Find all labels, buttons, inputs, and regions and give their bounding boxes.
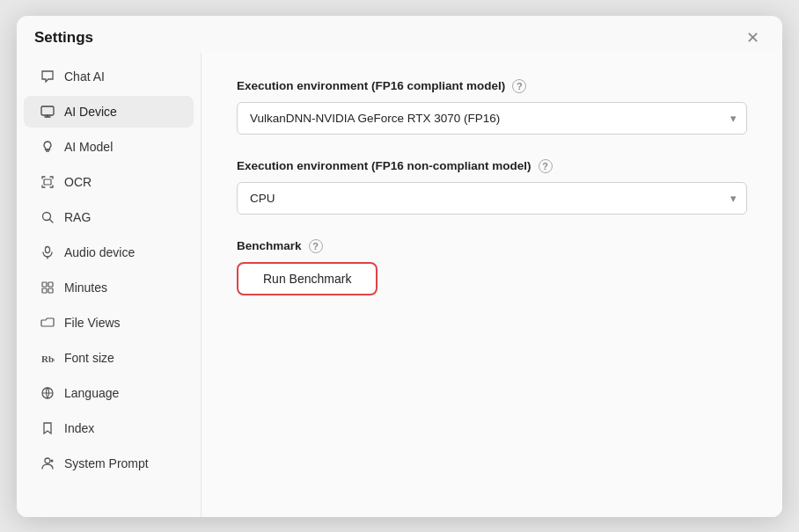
sidebar-label-system-prompt: System Prompt — [64, 456, 149, 470]
svg-text:Rbc: Rbc — [41, 353, 55, 364]
fp16-non-help-icon[interactable]: ? — [539, 159, 553, 173]
svg-rect-4 — [42, 282, 47, 287]
search-icon — [40, 209, 55, 225]
chat-icon — [40, 69, 55, 84]
sidebar-label-language: Language — [64, 386, 119, 400]
svg-rect-3 — [46, 246, 50, 252]
sidebar-label-audio-device: Audio device — [64, 245, 135, 259]
svg-point-11 — [51, 459, 54, 462]
folder-icon — [40, 315, 55, 331]
globe-icon — [40, 385, 55, 401]
sidebar-label-file-views: File Views — [64, 316, 121, 330]
sidebar-item-ocr[interactable]: OCR — [24, 166, 194, 198]
lightbulb-icon — [40, 139, 55, 155]
run-benchmark-button[interactable]: Run Benchmark — [237, 262, 378, 295]
sidebar-item-audio-device[interactable]: Audio device — [24, 237, 194, 268]
sidebar: Chat AI AI Device — [17, 53, 202, 517]
benchmark-section: Benchmark ? Run Benchmark — [237, 239, 747, 295]
benchmark-label: Benchmark ? — [237, 239, 747, 253]
sidebar-label-font-size: Font size — [64, 351, 114, 365]
fp16-non-label: Execution environment (FP16 non-complian… — [237, 159, 747, 173]
fp16-help-icon[interactable]: ? — [512, 79, 526, 93]
sidebar-item-font-size[interactable]: Rbc Font size — [24, 342, 194, 374]
font-icon: Rbc — [40, 350, 55, 366]
benchmark-help-icon[interactable]: ? — [309, 239, 323, 253]
dialog-body: Chat AI AI Device — [17, 53, 782, 517]
sidebar-item-system-prompt[interactable]: System Prompt — [24, 448, 194, 479]
sidebar-item-file-views[interactable]: File Views — [24, 307, 194, 339]
sidebar-item-language[interactable]: Language — [24, 377, 194, 409]
sidebar-label-ai-device: AI Device — [64, 105, 117, 119]
settings-dialog: Settings ✕ Chat AI — [17, 16, 782, 517]
fp16-section: Execution environment (FP16 compliant mo… — [237, 79, 747, 135]
svg-rect-1 — [44, 179, 51, 185]
sidebar-item-chat-ai[interactable]: Chat AI — [24, 61, 194, 92]
svg-rect-5 — [48, 282, 53, 287]
sidebar-item-ai-device[interactable]: AI Device — [24, 96, 194, 128]
svg-rect-6 — [42, 288, 47, 293]
grid-icon — [40, 280, 55, 295]
sidebar-label-minutes: Minutes — [64, 281, 107, 295]
svg-point-10 — [45, 458, 50, 463]
monitor-icon — [40, 104, 55, 120]
sidebar-item-minutes[interactable]: Minutes — [24, 272, 194, 303]
svg-rect-0 — [41, 106, 54, 115]
close-button[interactable]: ✕ — [741, 28, 765, 47]
fp16-select[interactable]: VulkanDNN-NVIDIA GeForce RTX 3070 (FP16)… — [237, 102, 747, 135]
fp16-select-wrapper: VulkanDNN-NVIDIA GeForce RTX 3070 (FP16)… — [237, 102, 747, 135]
svg-rect-7 — [48, 288, 53, 293]
ocr-icon — [40, 174, 55, 190]
mic-icon — [40, 244, 55, 260]
dialog-title: Settings — [34, 29, 93, 47]
sidebar-label-index: Index — [64, 421, 94, 435]
sidebar-item-ai-model[interactable]: AI Model — [24, 131, 194, 163]
sidebar-label-ai-model: AI Model — [64, 140, 113, 154]
fp16-non-select-wrapper: CPU VulkanDNN-NVIDIA GeForce RTX 3070 CU… — [237, 182, 747, 215]
bookmark-icon — [40, 420, 55, 436]
sidebar-item-index[interactable]: Index — [24, 412, 194, 444]
fp16-non-select[interactable]: CPU VulkanDNN-NVIDIA GeForce RTX 3070 CU… — [237, 182, 747, 215]
sidebar-item-rag[interactable]: RAG — [24, 201, 194, 233]
fp16-non-section: Execution environment (FP16 non-complian… — [237, 159, 747, 215]
sidebar-label-rag: RAG — [64, 210, 91, 224]
sidebar-label-chat-ai: Chat AI — [64, 69, 105, 84]
user-settings-icon — [40, 455, 55, 471]
main-content: Execution environment (FP16 compliant mo… — [202, 53, 782, 517]
sidebar-label-ocr: OCR — [64, 175, 92, 189]
dialog-header: Settings ✕ — [17, 16, 782, 53]
fp16-label: Execution environment (FP16 compliant mo… — [237, 79, 747, 93]
